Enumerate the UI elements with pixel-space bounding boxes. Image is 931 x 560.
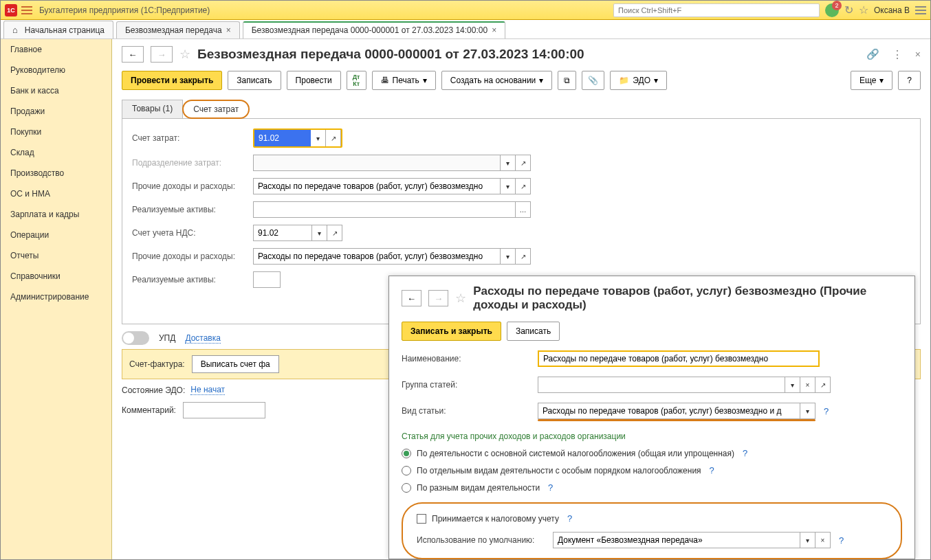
nav-forward-button[interactable]: → <box>151 46 173 63</box>
label-assets: Реализуемые активы: <box>132 205 249 214</box>
sidebar-item-admin[interactable]: Администрирование <box>1 287 111 307</box>
open-ref-button[interactable]: ↗ <box>815 377 831 393</box>
popup-label-name: Наименование: <box>402 354 532 363</box>
dropdown-button[interactable]: ▾ <box>312 225 327 241</box>
write-button[interactable]: Записать <box>228 71 281 90</box>
tab-doc-list[interactable]: Безвозмездная передача× <box>116 21 240 38</box>
attach-button[interactable]: 📎 <box>582 71 604 90</box>
popup-write-close-button[interactable]: Записать и закрыть <box>402 322 501 341</box>
sidebar-item-purchases[interactable]: Покупки <box>1 122 111 142</box>
history-icon[interactable]: ↻ <box>844 3 853 16</box>
printer-icon: 🖶 <box>381 76 389 85</box>
post-and-close-button[interactable]: Провести и закрыть <box>122 71 222 90</box>
help-icon[interactable]: ? <box>567 513 572 524</box>
assets-input-2[interactable] <box>253 271 281 288</box>
cost-account-input[interactable] <box>254 130 311 146</box>
notifications-badge: 2 <box>832 1 842 10</box>
edo-state-link[interactable]: Не начат <box>190 385 225 395</box>
tab-home[interactable]: ⌂Начальная страница <box>3 21 113 38</box>
sidebar-item-warehouse[interactable]: Склад <box>1 142 111 163</box>
dropdown-button[interactable]: ▾ <box>501 178 516 194</box>
sidebar-item-salary[interactable]: Зарплата и кадры <box>1 204 111 225</box>
popup-write-button[interactable]: Записать <box>507 322 560 341</box>
other-income-input[interactable] <box>253 178 501 194</box>
sidebar-item-assets[interactable]: ОС и НМА <box>1 183 111 204</box>
nav-forward-button[interactable]: → <box>428 290 448 306</box>
sidebar-item-sales[interactable]: Продажи <box>1 101 111 122</box>
open-ref-button[interactable]: ↗ <box>327 225 342 241</box>
tab-doc-current[interactable]: Безвозмездная передача 0000-000001 от 27… <box>243 21 505 38</box>
post-button[interactable]: Провести <box>287 71 341 90</box>
sidebar-item-main[interactable]: Главное <box>1 39 111 60</box>
popup-name-input[interactable] <box>538 350 820 367</box>
dropdown-button[interactable]: ▾ <box>311 130 326 146</box>
create-invoice-button[interactable]: Выписать счет фа <box>192 355 279 373</box>
create-on-basis-button[interactable]: Создать на основании ▾ <box>441 71 553 90</box>
label-subdivision: Подразделение затрат: <box>132 158 249 168</box>
upd-toggle[interactable] <box>122 331 149 345</box>
link-icon[interactable]: 🔗 <box>866 48 879 60</box>
tab-goods[interactable]: Товары (1) <box>122 100 183 119</box>
open-ref-button[interactable]: ↗ <box>516 155 531 171</box>
other-income-input-2[interactable] <box>253 248 501 265</box>
close-icon[interactable]: × <box>492 25 496 35</box>
tax-accepted-checkbox[interactable] <box>417 514 426 524</box>
subdivision-input[interactable] <box>253 155 501 171</box>
sidebar-item-operations[interactable]: Операции <box>1 225 111 245</box>
print-button[interactable]: 🖶Печать ▾ <box>372 71 436 90</box>
popup-default-input[interactable] <box>553 532 800 548</box>
search-input[interactable] <box>613 3 820 17</box>
help-icon[interactable]: ? <box>548 482 553 493</box>
dropdown-button[interactable]: ▾ <box>800 532 815 548</box>
open-ref-button[interactable]: ↗ <box>516 248 531 265</box>
popup-kind-input[interactable] <box>538 403 800 419</box>
help-icon[interactable]: ? <box>743 448 747 458</box>
main-area: Главное Руководителю Банк и касса Продаж… <box>1 39 930 559</box>
user-name[interactable]: Оксана В <box>874 5 910 15</box>
radio-main-tax-label: По деятельности с основной системой нало… <box>417 449 734 458</box>
dr-cr-button[interactable]: ДтКт <box>347 71 366 90</box>
help-icon[interactable]: ? <box>824 406 829 416</box>
edo-button[interactable]: 📁 ЭДО ▾ <box>610 71 667 90</box>
radio-mixed[interactable] <box>402 483 411 493</box>
global-search[interactable] <box>613 3 820 17</box>
comment-input[interactable] <box>183 402 265 418</box>
tab-cost-account[interactable]: Счет затрат <box>182 100 250 119</box>
dropdown-button[interactable]: ▾ <box>800 403 815 419</box>
favorite-icon[interactable]: ☆ <box>859 3 868 16</box>
main-menu-icon[interactable] <box>915 6 926 14</box>
ellipsis-button[interactable]: … <box>516 201 531 218</box>
sidebar-item-bank[interactable]: Банк и касса <box>1 80 111 101</box>
favorite-star-icon[interactable]: ☆ <box>179 47 190 62</box>
radio-main-tax[interactable] <box>402 449 411 458</box>
vat-account-input[interactable] <box>253 225 312 241</box>
favorite-star-icon[interactable]: ☆ <box>455 291 466 306</box>
radio-special-tax[interactable] <box>402 466 411 475</box>
more-icon[interactable]: ⋮ <box>892 48 903 61</box>
open-ref-button[interactable]: ↗ <box>516 178 531 194</box>
dropdown-button[interactable]: ▾ <box>501 155 516 171</box>
help-icon[interactable]: ? <box>839 535 844 546</box>
dropdown-button[interactable]: ▾ <box>501 248 516 265</box>
sidebar-item-production[interactable]: Производство <box>1 163 111 183</box>
dropdown-button[interactable]: ▾ <box>785 377 800 393</box>
delivery-link[interactable]: Доставка <box>185 333 221 344</box>
hamburger-menu-icon[interactable] <box>21 6 32 14</box>
close-icon[interactable]: × <box>915 49 921 60</box>
sidebar-item-references[interactable]: Справочники <box>1 266 111 287</box>
nav-back-button[interactable]: ← <box>122 46 144 63</box>
assets-input[interactable] <box>253 201 516 218</box>
nav-back-button[interactable]: ← <box>402 290 421 306</box>
popup-group-input[interactable] <box>538 377 785 393</box>
clear-button[interactable]: × <box>800 377 815 393</box>
clear-button[interactable]: × <box>815 532 831 548</box>
open-ref-button[interactable]: ↗ <box>326 130 341 146</box>
close-icon[interactable]: × <box>226 25 231 35</box>
help-icon[interactable]: ? <box>710 465 714 475</box>
notifications-icon[interactable]: 2 <box>825 3 839 17</box>
sidebar-item-reports[interactable]: Отчеты <box>1 245 111 266</box>
sidebar-item-manager[interactable]: Руководителю <box>1 60 111 80</box>
help-button[interactable]: ? <box>898 71 921 90</box>
related-docs-button[interactable]: ⧉ <box>558 71 576 90</box>
more-button[interactable]: Еще ▾ <box>851 71 892 90</box>
